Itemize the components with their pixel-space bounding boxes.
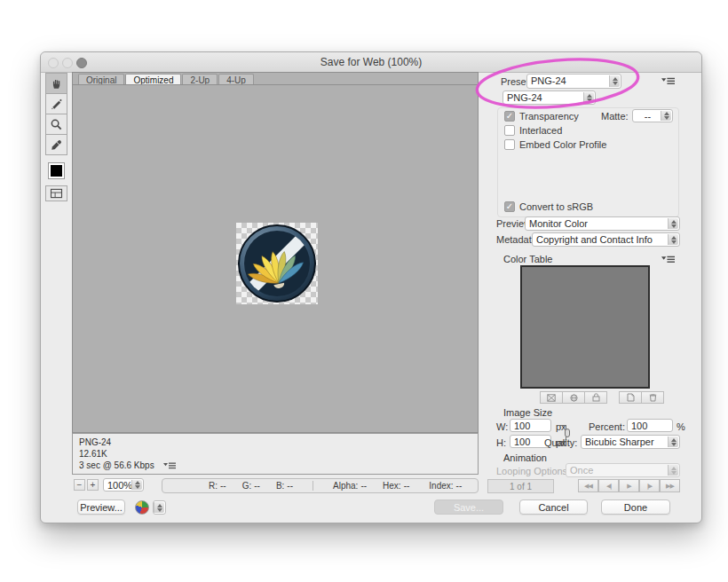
matte-select[interactable]: -- <box>632 109 673 122</box>
readout-g: G:-- <box>242 481 260 491</box>
zoom-in-button[interactable]: + <box>87 479 99 491</box>
plus-icon: + <box>91 480 96 490</box>
color-table-title: Color Table <box>503 254 552 264</box>
color-table-grid[interactable] <box>520 265 650 389</box>
color-readout-bar: R:-- G:-- B:-- Alpha:-- Hex:-- Index:-- <box>162 478 479 493</box>
preview-mode-select[interactable]: Monitor Color <box>525 216 680 231</box>
preset-value: PNG-24 <box>531 75 566 86</box>
link-dimensions-icon[interactable] <box>565 429 570 437</box>
looping-options-value: Once <box>570 465 593 476</box>
title-bar[interactable]: Save for Web (100%) <box>41 52 701 73</box>
interlaced-label: Interlaced <box>519 125 562 136</box>
play-button[interactable]: ▶ <box>619 479 639 492</box>
eyedropper-icon <box>50 138 63 152</box>
preset-flyout-menu-icon[interactable] <box>661 77 675 85</box>
done-button[interactable]: Done <box>601 499 670 515</box>
last-frame-button[interactable]: ▶▶ <box>660 479 680 492</box>
optimized-info-panel: PNG-24 12.61K 3 sec @ 56.6 Kbps <box>72 433 479 475</box>
transparency-checkbox[interactable]: ✓ <box>504 111 515 122</box>
cancel-button[interactable]: Cancel <box>519 499 588 515</box>
stepper-icon <box>668 436 678 447</box>
preview-mode-value: Monitor Color <box>529 218 588 229</box>
previous-frame-button[interactable]: ◀| <box>598 479 619 492</box>
next-frame-button[interactable]: |▶ <box>639 479 660 492</box>
preset-select[interactable]: PNG-24 <box>526 74 621 89</box>
percent-unit: % <box>677 421 685 432</box>
browser-preview-icon[interactable] <box>135 500 149 515</box>
lock-color-button[interactable] <box>584 391 607 404</box>
web-cube-icon <box>570 394 578 402</box>
percent-label: Percent: <box>589 421 625 432</box>
status-flyout-menu-icon[interactable] <box>163 462 176 469</box>
percent-input[interactable]: 100 <box>627 419 673 432</box>
transparency-checkerboard <box>236 223 318 304</box>
zoom-out-button[interactable]: − <box>74 479 85 491</box>
matte-label: Matte: <box>601 111 629 122</box>
next-frame-icon: |▶ <box>647 483 652 490</box>
transparency-label: Transparency <box>519 111 579 122</box>
optimized-preview-canvas[interactable] <box>72 84 479 433</box>
stepper-icon <box>131 480 142 490</box>
web-shift-button[interactable] <box>562 391 585 404</box>
map-transparency-button[interactable] <box>540 391 563 404</box>
preview-tabstrip: Original Optimized 2-Up 4-Up <box>72 72 479 84</box>
tab-2up[interactable]: 2-Up <box>182 74 218 84</box>
trash-icon <box>649 393 657 402</box>
convert-srgb-checkbox[interactable]: ✓ <box>504 201 515 212</box>
minus-icon: − <box>77 480 83 490</box>
quality-select[interactable]: Bicubic Sharper <box>581 435 680 449</box>
status-file-size: 12.61K <box>79 448 471 460</box>
convert-srgb-label: Convert to sRGB <box>519 201 593 212</box>
shell-logo-image <box>236 223 318 304</box>
stepper-icon <box>609 75 620 87</box>
matte-value: -- <box>645 111 651 122</box>
toggle-slices-visibility-button[interactable] <box>45 185 67 201</box>
slice-select-tool-button[interactable] <box>45 93 67 114</box>
hand-tool-button[interactable] <box>45 73 67 94</box>
stepper-icon <box>668 218 678 229</box>
first-frame-icon: ◀◀ <box>584 483 592 490</box>
save-for-web-dialog: Save for Web (100%) Original Optimized 2… <box>40 51 702 523</box>
width-label: W: <box>496 421 508 432</box>
tab-4up[interactable]: 4-Up <box>218 74 254 84</box>
stepper-icon <box>154 502 164 513</box>
tab-optimized[interactable]: Optimized <box>125 74 181 84</box>
format-select[interactable]: PNG-24 <box>502 90 596 105</box>
color-table-flyout-menu-icon[interactable] <box>661 256 675 263</box>
readout-divider <box>313 481 313 491</box>
eyedropper-color-black <box>51 165 62 177</box>
readout-b: B:-- <box>276 481 293 491</box>
first-frame-button[interactable]: ◀◀ <box>578 479 598 492</box>
tab-original[interactable]: Original <box>78 74 124 84</box>
quality-label: Quality: <box>544 437 577 448</box>
looping-options-label: Looping Options: <box>496 466 570 476</box>
metadata-select[interactable]: Copyright and Contact Info <box>532 232 680 247</box>
embed-color-profile-label: Embed Color Profile <box>519 139 606 150</box>
browser-select[interactable] <box>153 500 166 515</box>
slice-select-icon <box>50 98 63 111</box>
looping-options-select[interactable]: Once <box>566 463 680 477</box>
eyedropper-tool-button[interactable] <box>45 134 67 155</box>
stepper-icon <box>668 465 678 476</box>
check-icon: ✓ <box>506 111 513 121</box>
preview-button[interactable]: Preview... <box>77 499 125 515</box>
zoom-tool-button[interactable] <box>45 114 67 135</box>
zoom-level-value: 100% <box>107 480 132 491</box>
width-input[interactable]: 100 <box>510 419 551 432</box>
delete-color-button[interactable] <box>641 391 664 404</box>
zoom-level-select[interactable]: 100% <box>103 478 144 492</box>
status-format: PNG-24 <box>79 436 471 448</box>
embed-color-profile-checkbox[interactable] <box>504 139 515 150</box>
save-button[interactable]: Save... <box>434 499 503 515</box>
eyedropper-color-swatch[interactable] <box>48 162 65 179</box>
image-size-title: Image Size <box>503 407 552 418</box>
quality-value: Bicubic Sharper <box>585 436 654 447</box>
readout-r: R:-- <box>209 481 226 491</box>
toggle-slices-icon <box>50 188 63 199</box>
format-value: PNG-24 <box>507 92 542 103</box>
stepper-icon <box>668 234 678 245</box>
readout-hex: Hex:-- <box>383 481 409 491</box>
interlaced-checkbox[interactable] <box>504 125 515 136</box>
transparency-box-icon <box>547 394 556 402</box>
new-color-button[interactable] <box>619 391 642 404</box>
